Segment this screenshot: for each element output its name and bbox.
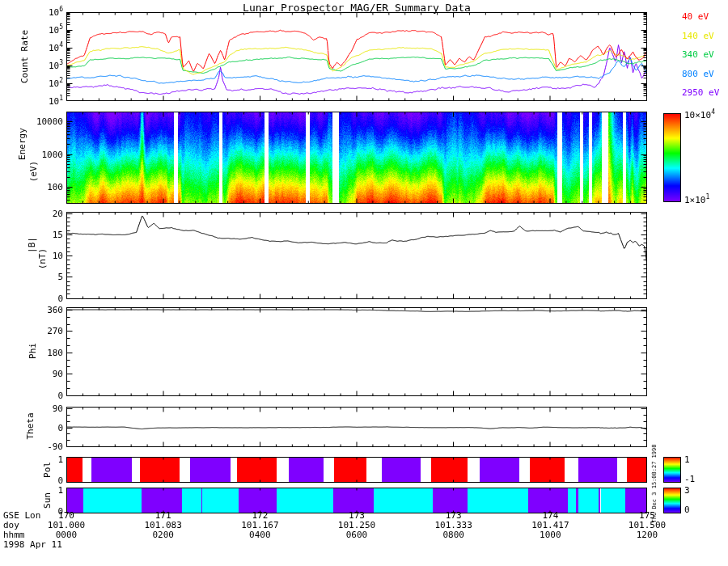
bmag-ytick-10: 10 [53,251,63,261]
energy-ytick-10000: 10000 [36,116,63,127]
spectrogram-colorbar-top-label: 10×104 [684,110,715,120]
theta-ytick-0: 0 [57,422,63,433]
legend-item-2950-ev: 2950 eV [682,87,719,98]
theta-ytick--90: -90 [47,441,63,452]
sun-ytick-1: 1 [57,485,63,496]
axis-title-bmag: |B| [27,237,37,253]
axis-title-sun: Sun [42,492,53,509]
axis-title-phi: Phi [28,343,38,359]
pol-colorbar-top-label: 1 [684,454,690,465]
count-rate-ytick-10e3: 103 [49,61,63,71]
bmag-ytick-20: 20 [53,208,63,218]
axis-title-count-rate: Count Rate [19,30,30,83]
axis-title-pol: Pol [42,462,53,478]
bottom-axis-hhmm-value-3: 0600 [346,530,368,540]
phi-ytick-0: 0 [57,390,63,400]
energy-ytick-100: 100 [47,181,63,192]
count-rate-ytick-10e1: 101 [49,96,63,107]
count-rate-ytick-10e5: 105 [49,25,63,36]
phi-ytick-180: 180 [47,347,63,357]
axis-title-energy: Energy [17,128,28,160]
legend-item-340-ev: 340 eV [682,49,714,60]
bottom-axis-hhmm-value-0: 0000 [56,530,78,540]
phi-ytick-360: 360 [47,305,63,315]
sun-colorbar-bottom-label: 0 [684,505,690,515]
bottom-axis-hhmm-value-5: 1000 [540,530,561,540]
legend-item-800-ev: 800 eV [682,69,714,79]
phi-ytick-90: 90 [53,369,63,379]
page-title: Lunar Prospector MAG/ER Summary Data [243,2,471,14]
count-rate-ytick-10e4: 104 [49,43,63,53]
legend-item-140-ev: 140 eV [682,31,714,41]
axis-title-bmag-units: (nT) [37,248,48,270]
count-rate-ytick-10e6: 106 [49,7,63,18]
bmag-ytick-5: 5 [57,272,63,282]
bottom-axis-hhmm-value-4: 0800 [442,530,464,540]
bottom-axis-date: 1998 Apr 11 [3,539,62,550]
sun-colorbar-top-label: 3 [684,485,690,496]
axis-title-energy-units: (eV) [28,161,39,183]
pol-colorbar-bottom-label: -1 [684,474,695,484]
phi-ytick-270: 270 [47,326,63,336]
bmag-ytick-0: 0 [57,293,63,303]
pol-ytick-1: 1 [57,454,63,465]
plot-canvas [0,0,728,566]
bmag-ytick-15: 15 [53,229,63,239]
energy-ytick-1000: 1000 [42,149,64,159]
bottom-axis-hhmm-value-6: 1200 [637,530,658,540]
bottom-axis-hhmm-value-2: 0400 [249,530,271,540]
summary-plot: Lunar Prospector MAG/ER Summary Data Cou… [0,0,728,566]
axis-title-theta: Theta [25,412,36,439]
bottom-axis-hhmm-value-1: 0200 [152,530,174,540]
theta-ytick-90: 90 [53,403,63,414]
legend-item-40-ev: 40 eV [682,11,709,22]
spectrogram-colorbar-bottom-label: 1×101 [684,195,709,205]
count-rate-ytick-10e2: 102 [49,78,63,89]
